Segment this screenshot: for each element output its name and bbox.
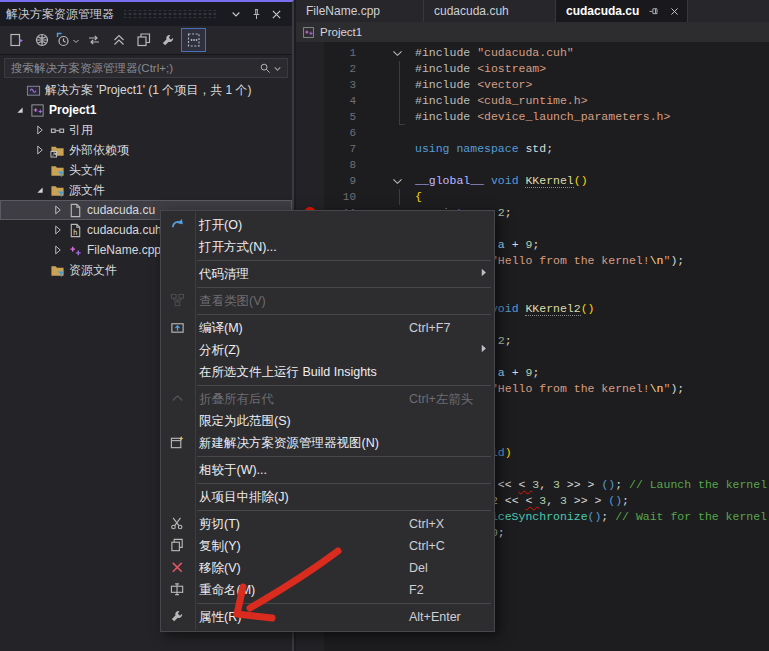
search-input[interactable]: 搜索解决方案资源管理器(Ctrl+;) [4, 58, 288, 78]
code-line-7: 7using namespace std; [296, 141, 769, 157]
collapsed-arrow-icon[interactable] [50, 244, 66, 256]
duplicate-view-button[interactable] [132, 29, 155, 51]
menu-item-label: 新建解决方案资源管理器视图(N) [199, 435, 379, 452]
code-line-8: 8 [296, 157, 769, 173]
fold-chevron-icon[interactable] [391, 47, 404, 60]
project-icon [302, 26, 315, 39]
menu-item-properties[interactable]: 属性(R)Alt+Enter [161, 606, 494, 628]
code-line-4: 4#include <cuda_runtime.h> [296, 93, 769, 109]
menu-item-label: 打开(O) [199, 217, 242, 234]
menu-item-copy[interactable]: 复制(Y)Ctrl+C [161, 535, 494, 557]
filter-folder-icon [48, 183, 66, 198]
tree-item-label: FileName.cpp [87, 243, 161, 257]
code-line-5: 5#include <device_launch_parameters.h> [296, 109, 769, 125]
menu-item-shortcut: Ctrl+F7 [409, 321, 450, 335]
tree-item-header-files[interactable]: 头文件 [0, 160, 292, 180]
context-menu: 打开(O)打开方式(N)...代码清理查看类图(V)编译(M)Ctrl+F7分析… [160, 210, 495, 632]
expanded-arrow-icon[interactable] [32, 184, 48, 196]
menu-item-open-with[interactable]: 打开方式(N)... [161, 236, 494, 258]
file-icon [66, 203, 84, 218]
menu-item-scope-to-this[interactable]: 限定为此范围(S) [161, 410, 494, 432]
line-number: 3 [296, 77, 356, 93]
menu-item-label: 剪切(T) [199, 516, 240, 533]
line-number: 7 [296, 141, 356, 157]
collapsed-arrow-icon[interactable] [50, 224, 66, 236]
menu-item-compare-with[interactable]: 相较于(W)... [161, 459, 494, 481]
menu-item-label: 代码清理 [199, 266, 249, 283]
tree-item-external-dependencies[interactable]: 外部依赖项 [0, 140, 292, 160]
cut-icon [170, 516, 186, 532]
filter-folder-icon [48, 163, 66, 178]
menu-item-label: 属性(R) [199, 609, 241, 626]
wrench-icon [161, 33, 176, 48]
menu-item-open[interactable]: 打开(O) [161, 214, 494, 236]
menu-item-run-build-insights[interactable]: 在所选文件上运行 Build Insights [161, 361, 494, 383]
tab-cudacuda-cuh[interactable]: cudacuda.cuh [424, 0, 556, 22]
chevron-down-icon [273, 64, 282, 73]
menu-item-shortcut: F2 [409, 583, 424, 597]
tree-item-source-files[interactable]: 源文件 [0, 180, 292, 200]
preview-button[interactable] [30, 29, 53, 51]
menu-item-remove[interactable]: 移除(V)Del [161, 557, 494, 579]
menu-item-analyze[interactable]: 分析(Z) [161, 339, 494, 361]
pending-changes-filter-button[interactable] [55, 29, 80, 51]
menu-item-label: 移除(V) [199, 560, 241, 577]
breadcrumb[interactable]: Project1 [296, 22, 769, 42]
panel-title-bar[interactable]: 解决方案资源管理器 [0, 2, 292, 26]
tree-item-solution[interactable]: 解决方案 'Project1' (1 个项目，共 1 个) [0, 80, 292, 100]
references-icon [48, 123, 66, 138]
panel-dropdown-button[interactable] [226, 5, 246, 23]
tree-item-label: 资源文件 [69, 262, 117, 279]
menu-item-label: 从项目中排除(J) [199, 489, 289, 506]
tab-close-icon[interactable] [669, 6, 680, 17]
tree-item-label: 外部依赖项 [69, 142, 129, 159]
menu-item-cut[interactable]: 剪切(T)Ctrl+X [161, 513, 494, 535]
tree-item-project1[interactable]: Project1 [0, 100, 292, 120]
new-view-icon [170, 435, 186, 451]
menu-item-rename[interactable]: 重命名(M)F2 [161, 579, 494, 601]
code-line-9: 9__global__ void KKernel() [296, 173, 769, 189]
menu-item-label: 复制(Y) [199, 538, 241, 555]
expanded-arrow-icon[interactable] [12, 104, 28, 116]
properties-button[interactable] [157, 29, 180, 51]
menu-item-label: 分析(Z) [199, 342, 240, 359]
line-number: 2 [296, 61, 356, 77]
line-number: 9 [296, 173, 356, 189]
menu-item-shortcut: Ctrl+左箭头 [409, 391, 473, 408]
sync-with-active-document-button[interactable] [82, 29, 105, 51]
drag-grip[interactable] [124, 10, 216, 18]
panel-close-button[interactable] [266, 5, 286, 23]
breadcrumb-label: Project1 [320, 26, 362, 38]
collapsed-arrow-icon[interactable] [50, 204, 66, 216]
collapse-icon [170, 391, 186, 407]
tab-pin-icon[interactable] [648, 5, 660, 17]
tree-item-references[interactable]: 引用 [0, 120, 292, 140]
solution-icon [24, 83, 42, 98]
document-tab-bar: FileName.cppcudacuda.cuhcudacuda.cu [296, 0, 769, 22]
search-button[interactable] [254, 59, 287, 77]
menu-item-shortcut: Ctrl+X [409, 517, 444, 531]
show-all-files-button[interactable] [182, 29, 205, 51]
tab-label: FileName.cpp [306, 4, 380, 18]
fold-chevron-icon[interactable] [391, 175, 404, 188]
compile-icon [170, 320, 186, 336]
menu-item-label: 在所选文件上运行 Build Insights [199, 364, 377, 381]
collapsed-arrow-icon[interactable] [32, 124, 48, 136]
collapse-all-button[interactable] [107, 29, 130, 51]
code-line-10: 10{ [296, 189, 769, 205]
tree-item-label: 解决方案 'Project1' (1 个项目，共 1 个) [45, 82, 252, 99]
menu-item-compile[interactable]: 编译(M)Ctrl+F7 [161, 317, 494, 339]
tab-cudacuda-cu[interactable]: cudacuda.cu [556, 0, 688, 22]
tab-filename-cpp[interactable]: FileName.cpp [296, 0, 424, 22]
menu-item-collapse-descendants: 折叠所有后代Ctrl+左箭头 [161, 388, 494, 410]
copy-icon [170, 538, 186, 554]
switch-views-button[interactable] [5, 29, 28, 51]
sync-icon [86, 32, 102, 48]
code-line-1: 1#include "cudacuda.cuh" [296, 45, 769, 61]
panel-pin-button[interactable] [246, 5, 266, 23]
menu-item-exclude-from-project[interactable]: 从项目中排除(J) [161, 486, 494, 508]
menu-item-code-cleanup[interactable]: 代码清理 [161, 263, 494, 285]
collapsed-arrow-icon[interactable] [32, 144, 48, 156]
menu-item-shortcut: Alt+Enter [409, 610, 461, 624]
menu-item-new-solution-explorer-view[interactable]: 新建解决方案资源管理器视图(N) [161, 432, 494, 454]
